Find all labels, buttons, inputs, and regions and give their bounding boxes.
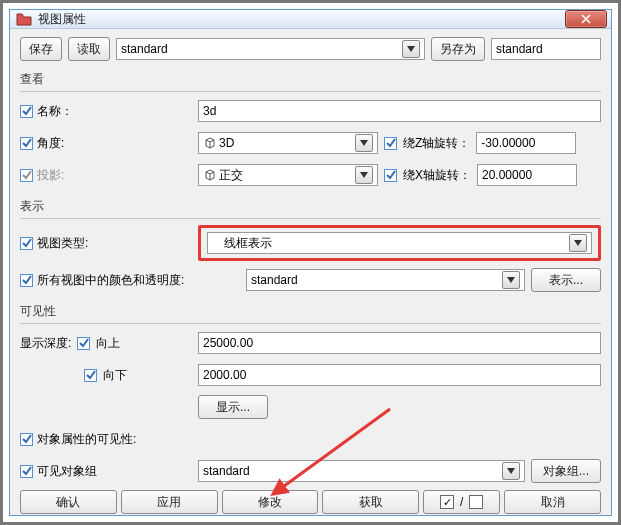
show-button[interactable]: 显示... — [198, 395, 268, 419]
objattr-checkbox[interactable] — [20, 433, 33, 446]
viewtype-checkbox[interactable] — [20, 237, 33, 250]
window-title: 视图属性 — [38, 11, 86, 28]
proj-value: 正交 — [219, 167, 351, 184]
chevron-down-icon — [355, 134, 373, 152]
down-value: 2000.00 — [203, 368, 246, 382]
proj-label: 投影: — [37, 167, 64, 184]
rotz-label: 绕Z轴旋转： — [403, 135, 470, 152]
representation-button[interactable]: 表示... — [531, 268, 601, 292]
visgroup-select[interactable]: standard — [198, 460, 525, 482]
up-field[interactable]: 25000.00 — [198, 332, 601, 354]
rotx-label: 绕X轴旋转： — [403, 167, 471, 184]
down-label: 向下 — [103, 367, 127, 384]
get-button[interactable]: 获取 — [322, 490, 419, 514]
angle-select[interactable]: 3D — [198, 132, 378, 154]
section-visibility-title: 可见性 — [20, 303, 601, 320]
viewtype-select[interactable]: 线框表示 — [207, 232, 592, 254]
chevron-down-icon — [569, 234, 587, 252]
dialog-window: 视图属性 保存 读取 standard 另存为 standard 查看 — [9, 9, 612, 516]
chevron-down-icon — [402, 40, 420, 58]
load-button[interactable]: 读取 — [68, 37, 110, 61]
save-button[interactable]: 保存 — [20, 37, 62, 61]
down-field[interactable]: 2000.00 — [198, 364, 601, 386]
up-checkbox[interactable] — [77, 337, 90, 350]
check-off-icon — [469, 495, 483, 509]
name-checkbox[interactable] — [20, 105, 33, 118]
proj-checkbox[interactable] — [20, 169, 33, 182]
modify-button[interactable]: 修改 — [222, 490, 319, 514]
rotx-field[interactable]: 20.00000 — [477, 164, 577, 186]
close-button[interactable] — [565, 10, 607, 28]
cube-icon — [203, 136, 217, 150]
viewtype-label: 视图类型: — [37, 235, 88, 252]
apply-button[interactable]: 应用 — [121, 490, 218, 514]
chevron-down-icon — [502, 271, 520, 289]
allcolors-value: standard — [251, 273, 498, 287]
name-label: 名称： — [37, 103, 73, 120]
ok-button[interactable]: 确认 — [20, 490, 117, 514]
allcolors-checkbox[interactable] — [20, 274, 33, 287]
preset-value: standard — [121, 42, 398, 56]
allcolors-label: 所有视图中的颜色和透明度: — [37, 272, 184, 289]
preset-select[interactable]: standard — [116, 38, 425, 60]
app-icon — [16, 12, 32, 26]
titlebar: 视图属性 — [10, 10, 611, 29]
chevron-down-icon — [355, 166, 373, 184]
name-value: 3d — [203, 104, 216, 118]
saveas-button[interactable]: 另存为 — [431, 37, 485, 61]
saveas-value: standard — [496, 42, 543, 56]
name-field[interactable]: 3d — [198, 100, 601, 122]
saveas-field[interactable]: standard — [491, 38, 601, 60]
depth-label: 显示深度: — [20, 335, 71, 352]
rotx-checkbox[interactable] — [384, 169, 397, 182]
viewtype-highlight: 线框表示 — [198, 225, 601, 261]
proj-select[interactable]: 正交 — [198, 164, 378, 186]
cancel-button[interactable]: 取消 — [504, 490, 601, 514]
rotx-value: 20.00000 — [482, 168, 532, 182]
angle-label: 角度: — [37, 135, 64, 152]
rotz-field[interactable]: -30.00000 — [476, 132, 576, 154]
check-on-icon: ✓ — [440, 495, 454, 509]
visgroup-label: 可见对象组 — [37, 463, 97, 480]
toggle-checks-button[interactable]: ✓/ — [423, 490, 500, 514]
angle-value: 3D — [219, 136, 351, 150]
allcolors-select[interactable]: standard — [246, 269, 525, 291]
section-display-title: 表示 — [20, 198, 601, 215]
visgroup-value: standard — [203, 464, 498, 478]
chevron-down-icon — [502, 462, 520, 480]
up-label: 向上 — [96, 335, 120, 352]
rotz-value: -30.00000 — [481, 136, 535, 150]
objattr-label: 对象属性的可见性: — [37, 431, 136, 448]
viewtype-value: 线框表示 — [212, 235, 565, 252]
section-view-title: 查看 — [20, 71, 601, 88]
cube-icon — [203, 168, 217, 182]
angle-checkbox[interactable] — [20, 137, 33, 150]
visgroup-checkbox[interactable] — [20, 465, 33, 478]
up-value: 25000.00 — [203, 336, 253, 350]
object-group-button[interactable]: 对象组... — [531, 459, 601, 483]
down-checkbox[interactable] — [84, 369, 97, 382]
rotz-checkbox[interactable] — [384, 137, 397, 150]
